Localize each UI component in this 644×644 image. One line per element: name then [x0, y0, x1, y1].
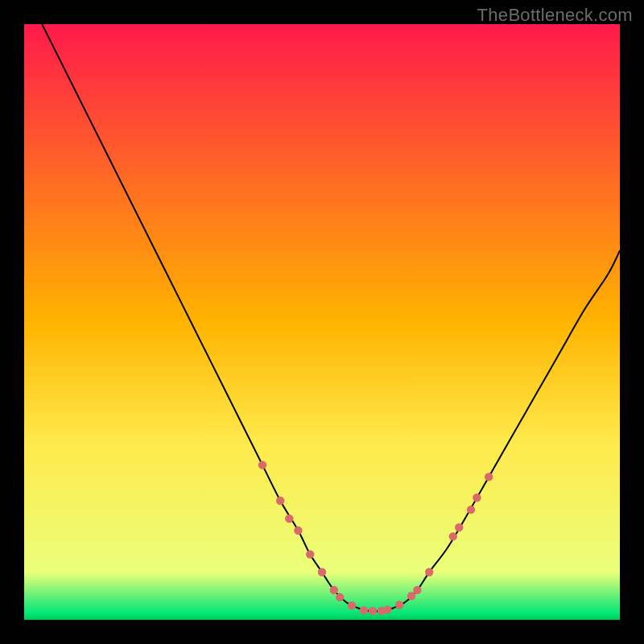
marker-dot	[369, 607, 377, 615]
chart-stage: TheBottleneck.com	[0, 0, 644, 644]
marker-dot	[348, 601, 356, 609]
bottleneck-chart-svg	[24, 24, 620, 620]
marker-dot	[294, 526, 302, 535]
marker-dot	[306, 550, 314, 558]
watermark-text: TheBottleneck.com	[477, 5, 633, 26]
marker-dot	[395, 601, 403, 609]
marker-dot	[455, 523, 463, 531]
marker-dot	[407, 592, 415, 600]
marker-dot	[276, 497, 284, 505]
marker-dot	[330, 586, 338, 594]
marker-dot	[425, 568, 433, 576]
marker-dot	[449, 532, 457, 540]
marker-dot	[467, 506, 475, 514]
marker-dot	[336, 593, 344, 601]
marker-dot	[318, 568, 326, 576]
marker-dot	[360, 606, 368, 614]
marker-dot	[473, 493, 481, 502]
marker-dot	[413, 586, 421, 594]
marker-dot	[258, 460, 266, 469]
marker-dot	[383, 605, 391, 613]
marker-dot	[485, 473, 493, 481]
marker-dot	[285, 514, 293, 522]
plot-area	[24, 24, 620, 620]
chart-background	[24, 24, 620, 620]
